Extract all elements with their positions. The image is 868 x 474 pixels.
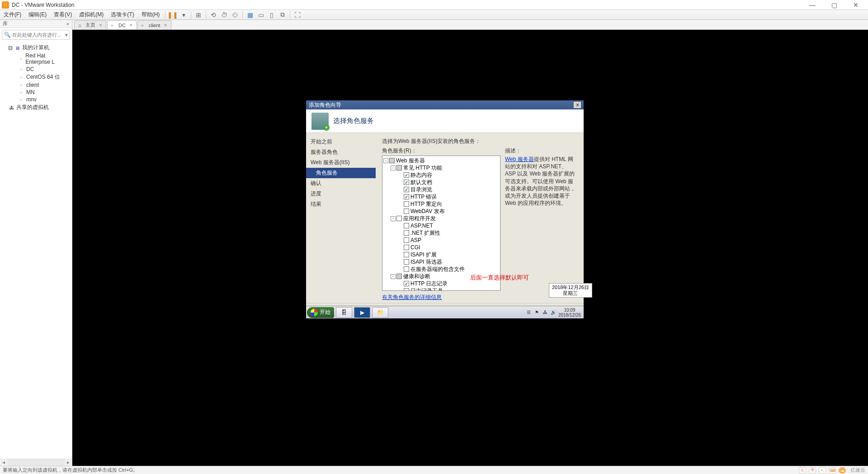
sidebar-search[interactable]: 🔍 ▾	[2, 30, 70, 40]
minimize-button[interactable]: —	[806, 1, 819, 9]
tree-vm-item[interactable]: ▫CentOS 64 位	[0, 73, 72, 81]
scroll-right-icon[interactable]: ▸	[65, 459, 72, 466]
service-tree-row[interactable]: 日志记录工具	[383, 287, 499, 291]
more-info-anchor[interactable]: 有关角色服务的详细信息	[382, 294, 442, 300]
tray-network-icon[interactable]: 🖧	[542, 310, 548, 315]
service-tree-row[interactable]: ASP	[383, 237, 499, 244]
service-tree-row[interactable]: -常见 HTTP 功能	[383, 164, 499, 171]
tree-vm-item[interactable]: ▫Red Hat Enterprise L	[0, 52, 72, 66]
wizard-titlebar[interactable]: 添加角色向导 ✕	[306, 100, 584, 109]
fullscreen-icon[interactable]: ⛶	[293, 10, 302, 19]
wizard-nav-item[interactable]: 角色服务	[306, 168, 376, 178]
wizard-nav-item[interactable]: 结果	[306, 199, 376, 209]
tab-close-icon[interactable]: ×	[164, 22, 167, 28]
status-cn-icon[interactable]: 中	[809, 467, 816, 474]
guest-explorer-icon[interactable]: 📁	[372, 307, 388, 318]
service-checkbox[interactable]	[396, 165, 402, 171]
service-checkbox[interactable]	[404, 180, 409, 185]
service-tree-row[interactable]: 默认文档	[383, 179, 499, 186]
service-tree-row[interactable]: HTTP 错误	[383, 193, 499, 200]
send-keys-icon[interactable]: ⊞	[194, 10, 203, 19]
service-tree-row[interactable]: 在服务器端的包含文件	[383, 265, 499, 273]
service-tree-row[interactable]: HTTP 重定向	[383, 200, 499, 208]
view-multi-icon[interactable]: ⧉	[278, 10, 287, 19]
tree-toggle-icon[interactable]: -	[391, 216, 396, 221]
view-unity-icon[interactable]: ▭	[256, 10, 265, 19]
guest-server-manager-icon[interactable]: 🗄	[336, 307, 352, 318]
service-tree-row[interactable]: ISAPI 扩展	[383, 251, 499, 258]
tray-sound-icon[interactable]: 🔊	[550, 310, 557, 315]
service-tree-row[interactable]: -应用程序开发	[383, 215, 499, 222]
guest-powershell-icon[interactable]: ▶	[354, 307, 370, 318]
snapshot-mgr-icon[interactable]: ⏲	[231, 10, 240, 19]
sidebar-close-icon[interactable]: ×	[66, 21, 69, 27]
menu-help[interactable]: 帮助(H)	[138, 11, 164, 19]
status-keyboard-icon[interactable]: ⌨	[829, 467, 836, 474]
tree-vm-item[interactable]: ▫MN	[0, 89, 72, 96]
sidebar-scrollbar[interactable]: ◂ ▸	[0, 459, 72, 466]
wizard-nav-item[interactable]: 开始之前	[306, 137, 376, 147]
menu-view[interactable]: 查看(V)	[50, 11, 75, 19]
tab-close-icon[interactable]: ×	[129, 22, 132, 28]
service-checkbox[interactable]	[404, 187, 409, 192]
tree-toggle-icon[interactable]: -	[391, 166, 396, 171]
tree-vm-item[interactable]: ▫client	[0, 81, 72, 89]
menu-vm[interactable]: 虚拟机(M)	[75, 11, 107, 19]
service-tree-row[interactable]: ASP.NET	[383, 222, 499, 229]
wizard-nav-item[interactable]: 确认	[306, 178, 376, 189]
service-tree-row[interactable]: CGI	[383, 244, 499, 251]
snapshot-back-icon[interactable]: ⏱	[220, 10, 229, 19]
tree-toggle-icon[interactable]: -	[383, 158, 388, 163]
search-dropdown-icon[interactable]: ▾	[65, 32, 68, 38]
tree-toggle-icon[interactable]: -	[391, 274, 396, 279]
service-checkbox[interactable]	[389, 158, 395, 163]
service-checkbox[interactable]	[404, 245, 409, 250]
status-punct-icon[interactable]: •,	[819, 467, 826, 474]
tree-vm-item[interactable]: ▫mnv	[0, 96, 72, 103]
service-checkbox[interactable]	[404, 252, 409, 257]
service-checkbox[interactable]	[396, 216, 402, 221]
role-services-tree[interactable]: -Web 服务器-常见 HTTP 功能静态内容默认文档目录浏览HTTP 错误HT…	[382, 156, 500, 291]
wizard-nav-item[interactable]: 进度	[306, 189, 376, 199]
tray-flag-icon[interactable]: ⚑	[534, 310, 540, 315]
close-button[interactable]: ✕	[849, 1, 863, 9]
service-tree-row[interactable]: 目录浏览	[383, 186, 499, 193]
tree-vm-item[interactable]: ▫DC	[0, 66, 72, 73]
service-tree-row[interactable]: .NET 扩展性	[383, 229, 499, 237]
tab-client[interactable]: ▫client×	[137, 20, 171, 29]
status-ime-icon[interactable]: S	[799, 467, 806, 474]
tab-主页[interactable]: ⌂主页×	[74, 20, 106, 29]
service-checkbox[interactable]	[404, 259, 409, 265]
menu-file[interactable]: 文件(F)	[0, 11, 25, 19]
tab-DC[interactable]: ▫DC×	[107, 20, 137, 29]
tree-shared-vms[interactable]: 🖧 共享的虚拟机	[0, 103, 72, 112]
service-checkbox[interactable]	[404, 237, 409, 243]
service-checkbox[interactable]	[404, 201, 409, 207]
service-checkbox[interactable]	[404, 288, 409, 291]
view-thumb-icon[interactable]: ▯	[267, 10, 276, 19]
tab-close-icon[interactable]: ×	[99, 22, 102, 28]
pause-icon[interactable]: ❚❚	[168, 10, 177, 19]
maximize-button[interactable]: ▢	[827, 1, 841, 9]
service-tree-row[interactable]: ISAPI 筛选器	[383, 258, 499, 265]
menu-edit[interactable]: 编辑(E)	[25, 11, 50, 19]
service-tree-row[interactable]: -Web 服务器	[383, 157, 499, 164]
service-checkbox[interactable]	[404, 172, 409, 178]
tree-root-my-computer[interactable]: ⊟ 🖥 我的计算机	[0, 43, 72, 52]
service-checkbox[interactable]	[404, 266, 409, 272]
wizard-close-icon[interactable]: ✕	[574, 102, 581, 108]
guest-start-button[interactable]: 开始	[307, 307, 334, 318]
service-checkbox[interactable]	[404, 281, 409, 286]
snapshot-icon[interactable]: ⟲	[209, 10, 218, 19]
status-cloud-icon[interactable]: ☁	[839, 467, 846, 474]
more-info-link[interactable]: 有关角色服务的详细信息	[382, 294, 500, 301]
service-tree-row[interactable]: WebDAV 发布	[383, 208, 499, 215]
service-tree-row[interactable]: 静态内容	[383, 171, 499, 179]
wizard-nav-item[interactable]: 服务器角色	[306, 147, 376, 157]
menu-tabs[interactable]: 选项卡(T)	[107, 11, 137, 19]
description-link[interactable]: Web 服务器	[505, 156, 534, 162]
view-console-icon[interactable]: ▦	[245, 10, 255, 19]
dropdown-icon[interactable]: ▾	[179, 10, 188, 19]
expand-icon[interactable]: ⊟	[8, 45, 13, 51]
search-input[interactable]	[12, 32, 65, 38]
